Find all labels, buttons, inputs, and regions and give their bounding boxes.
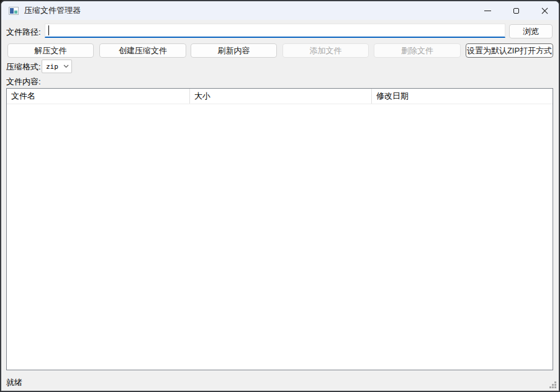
status-text: 就绪 [6, 377, 22, 388]
close-icon [541, 7, 548, 14]
close-button[interactable] [530, 1, 559, 20]
app-icon-pane [14, 11, 17, 14]
window-controls [473, 1, 559, 20]
resize-grip[interactable] [549, 381, 557, 389]
delete-file-button: 删除文件 [374, 43, 461, 58]
browse-button[interactable]: 浏览 [509, 24, 553, 38]
app-icon-pane [10, 8, 14, 14]
column-header-filename[interactable]: 文件名 [7, 89, 190, 104]
file-content-label: 文件内容: [6, 76, 41, 87]
title-bar: 压缩文件管理器 [1, 1, 559, 20]
column-header-date[interactable]: 修改日期 [372, 89, 553, 104]
client-area: 文件路径: 浏览 解压文件 创建压缩文件 刷新内容 添加文件 删除文件 设置为默… [1, 20, 559, 391]
app-window: 压缩文件管理器 文件路径: 浏览 解压文件 创建压缩文件 刷新内容 添加文件 删… [0, 0, 560, 392]
status-bar: 就绪 [1, 375, 559, 391]
create-archive-button[interactable]: 创建压缩文件 [99, 43, 186, 58]
minimize-icon [484, 11, 491, 11]
set-default-zip-button[interactable]: 设置为默认ZIP打开方式 [466, 43, 553, 58]
column-header-size[interactable]: 大小 [190, 89, 372, 104]
file-path-label: 文件路径: [6, 27, 41, 38]
minimize-button[interactable] [473, 1, 502, 20]
chevron-down-icon [63, 65, 69, 68]
format-selected-value: zip [46, 63, 63, 71]
window-title: 压缩文件管理器 [24, 5, 81, 16]
file-list-table[interactable]: 文件名 大小 修改日期 [6, 88, 553, 370]
text-caret [48, 25, 49, 35]
maximize-button[interactable] [502, 1, 530, 20]
app-icon [9, 7, 19, 15]
maximize-icon [513, 8, 519, 14]
extract-button[interactable]: 解压文件 [7, 43, 94, 58]
format-combobox[interactable]: zip [42, 60, 72, 73]
table-body-empty[interactable] [7, 104, 553, 370]
refresh-button[interactable]: 刷新内容 [191, 43, 277, 58]
file-path-input[interactable] [45, 24, 505, 38]
table-header-row: 文件名 大小 修改日期 [7, 89, 553, 104]
format-label: 压缩格式: [6, 61, 41, 73]
add-file-button: 添加文件 [282, 43, 369, 58]
